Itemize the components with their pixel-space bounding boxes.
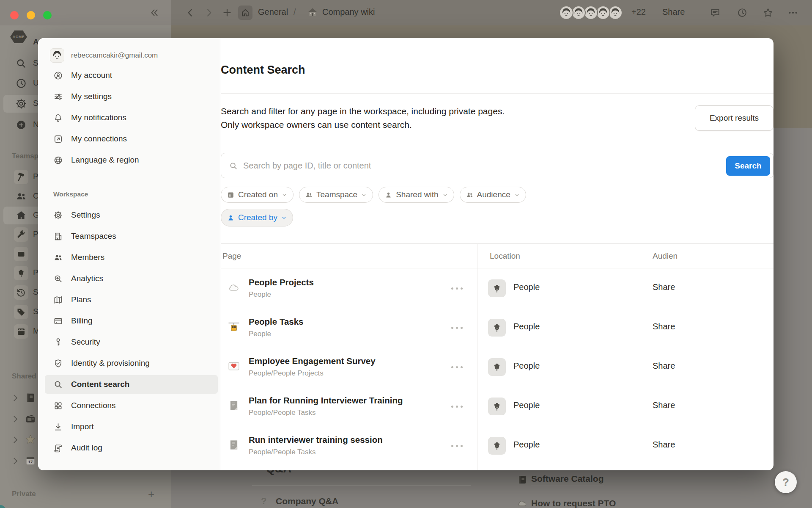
sliders-icon — [53, 92, 63, 102]
settings-nav-plans[interactable]: Plans — [45, 290, 218, 309]
settings-nav-label: Teamspaces — [71, 232, 116, 241]
zoom-window-button[interactable] — [43, 11, 52, 19]
chevron-right-icon[interactable] — [10, 393, 20, 403]
viewer-avatar[interactable] — [608, 6, 623, 20]
building-icon — [53, 232, 63, 241]
add-private-page-button[interactable]: + — [148, 488, 154, 501]
chevron-right-icon[interactable] — [10, 414, 20, 424]
share-button[interactable]: Share — [662, 7, 685, 17]
chevron-right-icon[interactable] — [10, 435, 20, 445]
box-icon — [14, 247, 28, 261]
filter-chip-shared-with[interactable]: Shared with — [379, 187, 454, 203]
favorite-star-icon[interactable] — [763, 7, 774, 18]
settings-nav-connections[interactable]: Connections — [45, 396, 218, 415]
magnifier-icon — [53, 380, 63, 389]
chevron-down-icon — [281, 215, 287, 221]
new-tab-icon[interactable] — [222, 7, 233, 18]
cal17-icon: 17 — [25, 455, 36, 467]
export-results-button[interactable]: Export results — [695, 105, 774, 131]
bg-link-company-qa[interactable]: Company Q&A — [276, 496, 338, 506]
settings-nav-billing[interactable]: Billing — [45, 312, 218, 330]
row-menu-icon[interactable] — [448, 284, 465, 292]
more-options-icon[interactable] — [787, 7, 798, 18]
settings-nav-members[interactable]: Members — [45, 248, 218, 267]
chevron-down-icon — [442, 192, 448, 198]
workspace-logo[interactable]: ACME — [10, 30, 27, 43]
hammer-icon — [14, 170, 28, 184]
breadcrumb-root[interactable]: General — [258, 7, 288, 17]
settings-nav-language-region[interactable]: Language & region — [45, 151, 218, 169]
close-window-button[interactable] — [10, 11, 19, 19]
bg-link-software-catalog[interactable]: Software Catalog — [531, 474, 604, 485]
filter-chip-audience[interactable]: Audience — [460, 187, 526, 203]
updates-clock-icon[interactable] — [737, 7, 748, 18]
settings-nav-label: Analytics — [71, 274, 103, 283]
back-icon[interactable] — [185, 7, 196, 18]
teamspace-home-icon[interactable] — [238, 6, 252, 20]
user-avatar — [50, 48, 64, 63]
filter-chip-created-on[interactable]: Created on — [221, 187, 294, 203]
settings-nav-my-connections[interactable]: My connections — [45, 130, 218, 148]
viewer-avatar[interactable] — [571, 6, 586, 20]
search-icon — [229, 161, 238, 171]
search-input[interactable] — [243, 154, 591, 177]
person-circle-icon — [53, 71, 63, 80]
page-title-cell[interactable]: Run interviewer training session — [249, 435, 383, 445]
calendar-icon — [227, 191, 235, 199]
settings-nav-panel: rebeccamcakir@gmail.com Workspace My acc… — [38, 38, 220, 470]
search-button[interactable]: Search — [726, 156, 770, 176]
settings-nav-identity-provisioning[interactable]: Identity & provisioning — [45, 354, 218, 373]
page-title-cell[interactable]: Employee Engagement Survey — [249, 356, 376, 366]
viewer-avatar[interactable] — [559, 6, 573, 20]
filter-chip-teamspace[interactable]: Teamspace — [299, 187, 373, 203]
settings-nav-my-account[interactable]: My account — [45, 66, 218, 85]
filter-chips: Created onTeamspaceShared withAudience — [221, 187, 526, 203]
row-menu-icon[interactable] — [448, 324, 465, 331]
teamspace-flower-icon — [488, 279, 506, 297]
viewer-avatar[interactable] — [596, 6, 610, 20]
settings-nav-security[interactable]: Security — [45, 333, 218, 351]
chevron-right-icon[interactable] — [10, 456, 20, 466]
active-filter-row: Created by — [221, 209, 293, 226]
comments-icon[interactable] — [710, 7, 721, 18]
row-menu-icon[interactable] — [448, 403, 465, 410]
table-row[interactable]: Plan for Running Interviewer TrainingPeo… — [221, 387, 774, 426]
row-menu-icon[interactable] — [448, 363, 465, 371]
settings-nav-import[interactable]: Import — [45, 417, 218, 436]
minimize-window-button[interactable] — [27, 11, 35, 19]
settings-nav-label: Members — [71, 253, 104, 262]
row-menu-icon[interactable] — [448, 442, 465, 450]
settings-nav-content-search[interactable]: Content search — [45, 375, 218, 394]
gear-icon — [53, 210, 63, 220]
question-page-icon: ? — [261, 496, 266, 507]
collapse-sidebar-icon[interactable] — [149, 7, 160, 18]
breadcrumb-page[interactable]: Company wiki — [322, 7, 375, 17]
viewer-avatar[interactable] — [584, 6, 598, 20]
table-row[interactable]: Run interviewer training sessionPeople/P… — [221, 426, 774, 465]
table-row[interactable]: People ProjectsPeoplePeopleShare — [221, 268, 774, 308]
page-page-icon — [228, 399, 240, 412]
page-title-cell[interactable]: Plan for Running Interviewer Training — [249, 395, 403, 406]
settings-nav-my-settings[interactable]: My settings — [45, 87, 218, 106]
avatar-overflow-count[interactable]: +22 — [631, 7, 646, 17]
settings-nav-teamspaces[interactable]: Teamspaces — [45, 227, 218, 246]
table-row[interactable]: People TasksPeoplePeopleShare — [221, 308, 774, 347]
filter-chip-label: Shared with — [396, 190, 438, 199]
forward-icon[interactable] — [203, 7, 214, 18]
table-row[interactable]: Employee Engagement SurveyPeople/People … — [221, 347, 774, 387]
page-title-cell[interactable]: People Tasks — [249, 317, 304, 327]
settings-nav-analytics[interactable]: Analytics — [45, 269, 218, 288]
settings-nav-label: Settings — [71, 210, 100, 220]
page-title-cell[interactable]: People Projects — [249, 277, 314, 287]
tram-page-icon — [228, 320, 240, 333]
settings-nav-audit-log[interactable]: Audit log — [45, 439, 218, 457]
filter-chip-created-by[interactable]: Created by — [221, 209, 293, 226]
decorative-bubble — [0, 505, 6, 508]
bg-link-how-to-pto[interactable]: How to request PTO — [531, 498, 616, 508]
settings-nav-my-notifications[interactable]: My notifications — [45, 108, 218, 127]
settings-nav-settings[interactable]: Settings — [45, 206, 218, 224]
help-button[interactable]: ? — [775, 471, 797, 493]
settings-nav-label: Billing — [71, 316, 93, 326]
magnifier-plus-icon — [53, 274, 63, 284]
divider — [221, 93, 774, 94]
